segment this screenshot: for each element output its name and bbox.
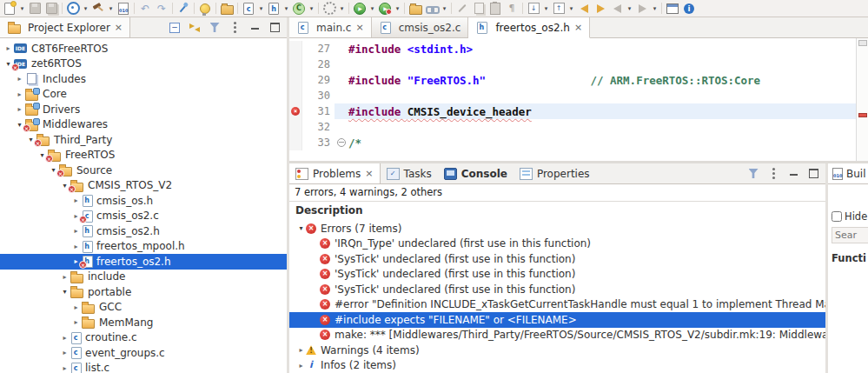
run-dropdown-icon[interactable]: ▾ xyxy=(369,5,375,12)
link-dropdown-icon[interactable]: ▾ xyxy=(441,5,447,12)
profile-icon[interactable] xyxy=(378,2,392,15)
format-icon[interactable] xyxy=(455,2,469,15)
error-marker-icon[interactable] xyxy=(291,107,300,116)
link-icon[interactable] xyxy=(425,2,439,15)
tree-item[interactable]: include xyxy=(0,270,287,285)
chevron-right-icon[interactable] xyxy=(71,196,81,204)
paste-icon[interactable] xyxy=(488,2,502,15)
previous-annotation-icon[interactable]: ↑ xyxy=(552,2,566,15)
tree-item[interactable]: list.c xyxy=(0,361,287,373)
pin-editor-icon[interactable] xyxy=(666,2,679,15)
chevron-right-icon[interactable] xyxy=(3,44,13,52)
search-input[interactable] xyxy=(832,227,868,243)
profile-dropdown-icon[interactable]: ▾ xyxy=(394,5,401,12)
tree-item[interactable]: freertos_mpool.h xyxy=(0,239,287,255)
close-icon[interactable] xyxy=(574,23,582,32)
problems-group-infos[interactable]: Infos (2 items) xyxy=(289,358,825,373)
problems-group-errors[interactable]: Errors (7 items) xyxy=(289,221,825,236)
new-class-dropdown-icon[interactable]: ▾ xyxy=(308,5,315,12)
tree-item[interactable]: event_groups.c xyxy=(0,345,287,361)
code-line[interactable]: 30 xyxy=(289,88,856,103)
close-icon[interactable] xyxy=(355,23,363,32)
tree-item[interactable]: Drivers xyxy=(0,102,287,117)
back-icon[interactable] xyxy=(577,2,591,15)
chevron-right-icon[interactable] xyxy=(15,105,24,113)
tree-item[interactable]: Middlewares xyxy=(0,117,287,133)
fold-collapse-icon[interactable] xyxy=(337,138,346,147)
maximize-icon[interactable] xyxy=(268,22,281,34)
tree-item[interactable]: Core xyxy=(0,87,287,103)
build-hammer-icon[interactable] xyxy=(91,2,105,15)
new-c-file-icon[interactable] xyxy=(242,2,255,15)
tree-item[interactable]: cmsis_os2.h xyxy=(0,223,287,239)
tree-item[interactable]: Third_Party xyxy=(0,132,287,148)
tab-console[interactable]: Console xyxy=(438,163,514,183)
problems-group-warnings[interactable]: Warnings (4 items) xyxy=(289,343,825,358)
next-annotation-dropdown-icon[interactable]: ▾ xyxy=(543,5,549,12)
chevron-right-icon[interactable] xyxy=(296,362,306,370)
maximize-icon[interactable] xyxy=(807,168,819,180)
collapse-all-icon[interactable]: − xyxy=(169,22,181,34)
open-element-icon[interactable] xyxy=(176,2,190,15)
tree-item[interactable]: Includes xyxy=(0,71,287,87)
description-column-header[interactable]: Description xyxy=(289,201,825,218)
problem-row[interactable]: 'SysTick' undeclared (first use in this … xyxy=(289,282,825,297)
close-icon[interactable] xyxy=(115,23,123,32)
tree-item-selected[interactable]: freertos_os2.h xyxy=(0,254,287,270)
tab-cmsis-os2-c[interactable]: cmsis_os2.c xyxy=(372,17,469,37)
overview-error-marker[interactable] xyxy=(858,113,867,117)
functions-column-header[interactable]: Functi xyxy=(832,252,868,264)
new-class-icon[interactable]: C xyxy=(292,2,306,15)
next-annotation-icon[interactable]: ↓ xyxy=(527,2,540,15)
redo-icon[interactable] xyxy=(155,2,169,15)
device-config-dropdown-icon[interactable]: ▾ xyxy=(339,5,345,12)
hide-checkbox-row[interactable]: Hide xyxy=(832,210,868,223)
tree-item[interactable]: Source xyxy=(0,163,287,178)
tab-project-explorer[interactable]: Project Explorer xyxy=(0,17,130,37)
lamp-icon[interactable] xyxy=(198,2,212,15)
tab-properties[interactable]: Properties xyxy=(514,163,596,183)
chevron-down-icon[interactable] xyxy=(60,288,70,296)
tree-item[interactable]: C8T6FreeRTOS xyxy=(0,41,287,57)
tree-item[interactable]: GCC xyxy=(0,300,287,316)
tree-item[interactable]: CMSIS_RTOS_V2 xyxy=(0,178,287,194)
tree-item[interactable]: croutine.c xyxy=(0,330,287,346)
binary-build-icon[interactable] xyxy=(116,2,130,15)
problem-row[interactable]: #error "Definition INCLUDE_xTaskGetCurre… xyxy=(289,297,825,313)
minimize-icon[interactable] xyxy=(787,168,799,180)
tab-freertos-os2-h[interactable]: freertos_os2.h xyxy=(468,17,590,38)
new-wizard-icon[interactable] xyxy=(3,2,17,15)
close-icon[interactable] xyxy=(365,169,373,178)
problem-row[interactable]: 'SysTick' undeclared (first use in this … xyxy=(289,251,825,267)
link-with-editor-icon[interactable] xyxy=(189,22,201,34)
previous-annotation-dropdown-icon[interactable]: ▾ xyxy=(568,5,574,12)
problem-row[interactable]: 'IRQn_Type' undeclared (first use in thi… xyxy=(289,236,825,252)
code-line[interactable]: 29#include "FreeRTOS.h" // ARM.FreeRTOS:… xyxy=(289,72,856,88)
tab-main-c[interactable]: main.c xyxy=(289,17,372,37)
last-edit-dropdown-icon[interactable]: ▾ xyxy=(626,5,633,12)
filter-icon[interactable] xyxy=(209,22,221,34)
view-menu-icon[interactable] xyxy=(767,168,779,180)
save-icon[interactable] xyxy=(28,2,42,15)
new-h-file-icon[interactable] xyxy=(267,2,281,15)
problem-row[interactable]: 'SysTick' undeclared (first use in this … xyxy=(289,267,825,283)
chevron-right-icon[interactable] xyxy=(71,318,81,326)
build-dropdown-icon[interactable]: ▾ xyxy=(108,5,114,12)
chevron-right-icon[interactable] xyxy=(71,243,81,250)
undo-icon[interactable] xyxy=(138,2,152,15)
code-editor[interactable]: 27#include <stdint.h> 28 29#include "Fre… xyxy=(289,38,868,161)
chevron-right-icon[interactable] xyxy=(296,346,306,354)
launch-target-dropdown-icon[interactable]: ▾ xyxy=(83,5,89,12)
device-config-icon[interactable] xyxy=(322,2,336,15)
tree-item[interactable]: FreeRTOS xyxy=(0,148,287,163)
chevron-right-icon[interactable] xyxy=(60,334,70,342)
chevron-right-icon[interactable] xyxy=(60,273,70,281)
overview-ruler[interactable] xyxy=(856,38,868,161)
view-menu-icon[interactable] xyxy=(229,22,241,34)
tree-item[interactable]: cmsis_os2.c xyxy=(0,209,287,224)
new-wizard-dropdown-icon[interactable]: ▾ xyxy=(19,5,25,12)
tree-item[interactable]: zet6RTOS xyxy=(0,57,287,72)
last-edit-location-icon[interactable] xyxy=(610,2,624,15)
forward-history-icon[interactable] xyxy=(635,2,649,15)
minimize-icon[interactable] xyxy=(248,22,261,34)
